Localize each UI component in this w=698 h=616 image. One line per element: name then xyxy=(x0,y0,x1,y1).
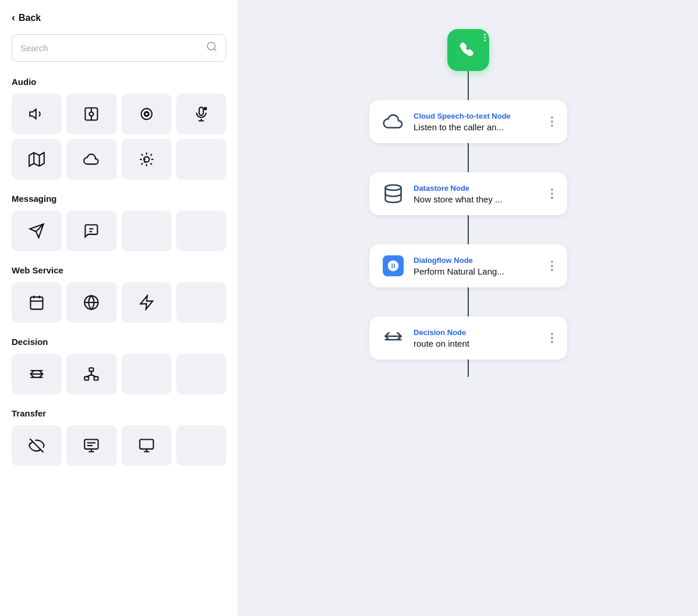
svg-point-7 xyxy=(141,109,152,120)
decision-type: Decision Node xyxy=(414,328,540,337)
connector-4 xyxy=(468,359,469,377)
section-messaging-label: Messaging xyxy=(12,194,226,204)
datastore-text: Datastore Node Now store what they ... xyxy=(414,184,540,204)
transfer-grid xyxy=(12,425,226,466)
start-node[interactable] xyxy=(447,29,489,71)
svg-line-20 xyxy=(150,163,151,165)
flow-canvas: Cloud Speech-to-text Node Listen to the … xyxy=(238,17,698,377)
decision-node[interactable]: Decision Node route on intent xyxy=(369,316,567,359)
monitor-tile[interactable] xyxy=(122,425,172,466)
empty-tile-2 xyxy=(122,211,172,251)
dialogflow-type: Dialogflow Node xyxy=(414,256,540,265)
mic-tile[interactable] xyxy=(176,94,226,134)
cloud-speech-icon xyxy=(381,109,405,134)
back-button[interactable]: ‹ Back xyxy=(12,12,226,24)
calendar-tile[interactable] xyxy=(12,282,62,323)
svg-line-46 xyxy=(30,439,43,452)
svg-rect-39 xyxy=(90,368,94,372)
svg-rect-29 xyxy=(31,297,43,309)
svg-point-4 xyxy=(90,112,94,116)
svg-line-23 xyxy=(141,163,143,165)
connector-0 xyxy=(468,71,469,100)
dialogflow-menu[interactable] xyxy=(549,258,555,273)
map-tile[interactable] xyxy=(12,139,62,180)
audio-grid xyxy=(12,94,226,180)
network-tile[interactable] xyxy=(66,354,116,394)
search-icon xyxy=(206,41,218,55)
globe-tile[interactable] xyxy=(66,282,116,323)
datastore-node[interactable]: Datastore Node Now store what they ... xyxy=(369,172,567,215)
svg-marker-2 xyxy=(30,109,36,119)
send-tile[interactable] xyxy=(12,211,62,251)
cloud-speech-text: Cloud Speech-to-text Node Listen to the … xyxy=(414,112,540,132)
left-panel: ‹ Back Audio xyxy=(0,0,238,616)
decision-menu[interactable] xyxy=(549,330,555,346)
datastore-desc: Now store what they ... xyxy=(414,194,540,204)
right-panel: Cloud Speech-to-text Node Listen to the … xyxy=(238,0,698,616)
search-bar xyxy=(12,34,226,62)
connector-3 xyxy=(468,287,469,316)
decision-tile[interactable] xyxy=(12,354,62,394)
dialogflow-icon-wrapper xyxy=(381,254,405,278)
empty-tile-3 xyxy=(176,211,226,251)
datastore-type: Datastore Node xyxy=(414,184,540,193)
volume-tile[interactable] xyxy=(12,94,62,134)
decision-node-icon xyxy=(381,326,405,350)
svg-rect-52 xyxy=(140,440,153,449)
bolt-tile[interactable] xyxy=(122,282,172,323)
svg-rect-9 xyxy=(199,107,203,115)
svg-rect-47 xyxy=(85,440,98,449)
search-input[interactable] xyxy=(20,43,206,53)
audio-settings-tile[interactable] xyxy=(66,94,116,134)
svg-line-19 xyxy=(141,154,143,155)
section-decision-label: Decision xyxy=(12,337,226,347)
empty-tile-6 xyxy=(176,354,226,394)
svg-point-12 xyxy=(204,107,207,111)
cloud-speech-node[interactable]: Cloud Speech-to-text Node Listen to the … xyxy=(369,100,567,143)
datastore-menu[interactable] xyxy=(549,186,555,201)
chevron-left-icon: ‹ xyxy=(12,12,15,24)
svg-point-55 xyxy=(386,185,401,190)
svg-line-24 xyxy=(150,154,151,155)
dialogflow-desc: Perform Natural Lang... xyxy=(414,266,540,276)
svg-marker-13 xyxy=(29,152,44,166)
decision-text: Decision Node route on intent xyxy=(414,328,540,348)
empty-tile-4 xyxy=(176,282,226,323)
section-transfer-label: Transfer xyxy=(12,408,226,418)
start-node-menu[interactable] xyxy=(484,34,486,41)
svg-rect-41 xyxy=(94,377,98,380)
datastore-icon xyxy=(381,181,405,206)
eye-off-tile[interactable] xyxy=(12,425,62,466)
empty-tile-5 xyxy=(122,354,172,394)
connector-1 xyxy=(468,143,469,172)
message-tile[interactable] xyxy=(66,211,116,251)
empty-tile-7 xyxy=(176,425,226,466)
empty-tile-1 xyxy=(176,139,226,180)
section-webservice-label: Web Service xyxy=(12,265,226,275)
cloud-speech-menu[interactable] xyxy=(549,114,555,129)
messaging-grid xyxy=(12,211,226,251)
dialogflow-node[interactable]: Dialogflow Node Perform Natural Lang... xyxy=(369,244,567,287)
transfer-display-tile[interactable] xyxy=(66,425,116,466)
decision-desc: route on intent xyxy=(414,339,540,348)
back-label: Back xyxy=(19,13,41,23)
dialogflow-icon xyxy=(383,255,404,276)
svg-marker-35 xyxy=(140,295,152,309)
cloud-speech-desc: Listen to the caller an... xyxy=(414,122,540,132)
record-tile[interactable] xyxy=(122,94,172,134)
svg-line-1 xyxy=(214,49,216,51)
decision-grid xyxy=(12,354,226,394)
webservice-grid xyxy=(12,282,226,323)
dialogflow-text: Dialogflow Node Perform Natural Lang... xyxy=(414,256,540,276)
svg-rect-40 xyxy=(85,377,89,380)
section-audio-label: Audio xyxy=(12,77,226,87)
cloud-speech-type: Cloud Speech-to-text Node xyxy=(414,112,540,120)
cloud-tile[interactable] xyxy=(66,139,116,180)
svg-point-45 xyxy=(91,373,93,376)
connector-2 xyxy=(468,215,469,244)
light-tile[interactable] xyxy=(122,139,172,180)
svg-point-8 xyxy=(144,112,148,116)
